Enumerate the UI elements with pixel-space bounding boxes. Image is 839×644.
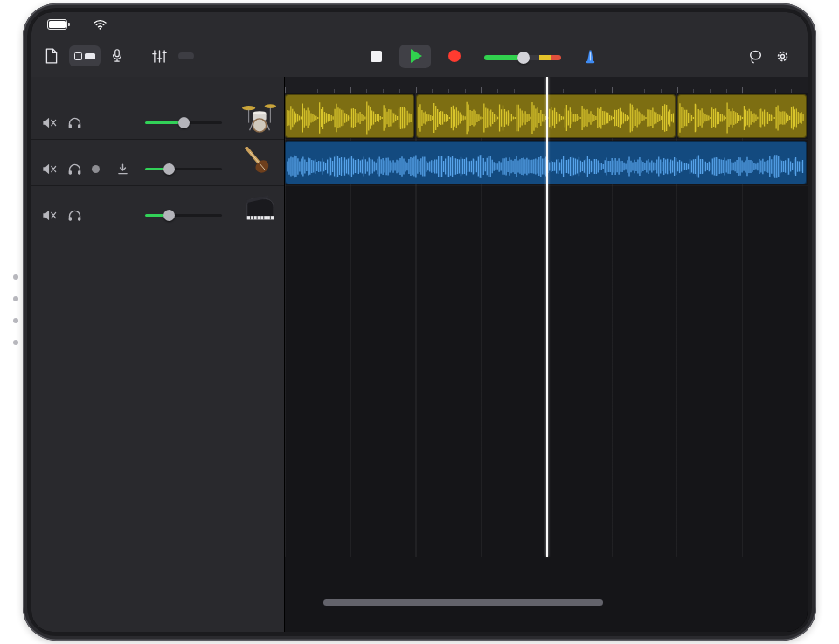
solo-button[interactable] [66,206,83,224]
ruler-tick [497,89,498,93]
input-monitor-button[interactable] [114,160,131,177]
garageband-app [31,12,808,632]
mute-button[interactable] [40,160,58,177]
volume-slider[interactable] [145,163,222,175]
region-waveform [679,100,805,136]
ruler-tick [563,89,564,93]
record-button[interactable] [448,50,461,62]
song-browser-button[interactable] [45,48,58,64]
region[interactable] [285,94,414,138]
playhead[interactable] [546,77,548,557]
speaker-mute-icon [42,210,57,221]
mute-button[interactable] [40,206,58,224]
ruler-tick [742,87,743,93]
ruler-tick [334,89,335,93]
microphone-icon [112,49,122,63]
status-left-cluster [47,19,107,30]
ruler-tick [710,89,711,93]
ruler-tick [791,89,792,93]
record-enable-button[interactable] [87,160,104,177]
ruler-tick [644,89,645,93]
wifi-icon [94,19,107,30]
track-header[interactable] [31,93,284,140]
ruler-tick [759,89,759,93]
ruler-tick [399,89,400,93]
ruler-tick [285,87,286,93]
battery-charging-icon [80,21,87,29]
ruler-tick [383,89,384,93]
ruler-tick [481,87,482,93]
ruler-tick [677,87,678,93]
top-bar [31,12,808,77]
ruler-tick [612,87,613,93]
play-icon [411,49,422,63]
toolbar-right-group [748,35,802,77]
volume-slider[interactable] [145,209,222,221]
input-monitor-icon [117,163,128,175]
tracks-area [31,77,808,632]
ruler-tick [579,89,579,93]
region-waveform [287,100,413,136]
status-bar [31,16,808,33]
audio-recorder-button[interactable] [112,49,122,63]
ruler-tick [350,87,351,93]
record-enable-dot-icon [92,165,100,173]
ruler-tick [448,89,449,93]
toolbar [31,35,808,77]
tracks-view-button[interactable] [69,45,101,66]
ruler-tick [366,89,367,93]
fx-button[interactable] [178,52,194,59]
ruler-tick [302,89,302,93]
ruler-tick [317,89,318,93]
volume-slider-knob[interactable] [517,52,530,64]
speaker-mute-icon [42,163,57,175]
loop-browser-icon [748,49,763,64]
volume-slider-knob[interactable] [163,163,175,175]
timeline[interactable] [285,77,808,632]
toolbar-left-group [45,35,194,77]
ruler-tick [530,89,530,93]
solo-button[interactable] [66,114,83,131]
headphones-icon [68,117,81,128]
solo-button[interactable] [66,160,83,177]
metronome-button[interactable] [582,35,599,77]
horizontal-scrollbar[interactable] [323,599,603,606]
settings-button[interactable] [775,49,790,64]
ipad-device [23,3,816,641]
track-controls-button[interactable] [152,50,167,63]
track-header[interactable] [31,186,284,232]
master-volume-slider[interactable] [484,55,561,60]
region-block-icon [74,52,82,60]
settings-gear-icon [775,49,790,64]
drum-kit-icon[interactable] [239,100,280,135]
stop-icon [371,51,382,62]
volume-slider-knob[interactable] [178,117,190,128]
headphones-icon [68,210,81,221]
loop-browser-button[interactable] [748,49,763,64]
speaker-mute-icon [42,117,57,128]
play-button[interactable] [399,45,431,68]
ruler-tick [661,89,662,93]
grand-piano-icon[interactable] [239,192,280,227]
ruler-tick [693,89,694,93]
mute-button[interactable] [40,114,58,131]
region-block-icon [85,53,95,59]
ipad-side-buttons [13,274,18,345]
metronome-icon [582,48,599,65]
ruler-tick [432,89,433,93]
track-header-column [31,77,285,632]
bass-guitar-icon[interactable] [239,146,280,181]
ruler-tick [775,89,776,93]
volume-slider[interactable] [145,116,222,128]
volume-slider-knob[interactable] [163,210,175,221]
battery-icon [47,19,67,30]
headphones-icon [68,163,81,175]
ruler-tick [416,87,417,93]
track-header[interactable] [31,140,284,186]
ruler-tick [726,89,727,93]
ruler-tick [595,89,596,93]
region[interactable] [677,94,807,138]
stop-button[interactable] [371,51,382,62]
file-icon [45,48,58,64]
ruler-tick [628,89,628,93]
